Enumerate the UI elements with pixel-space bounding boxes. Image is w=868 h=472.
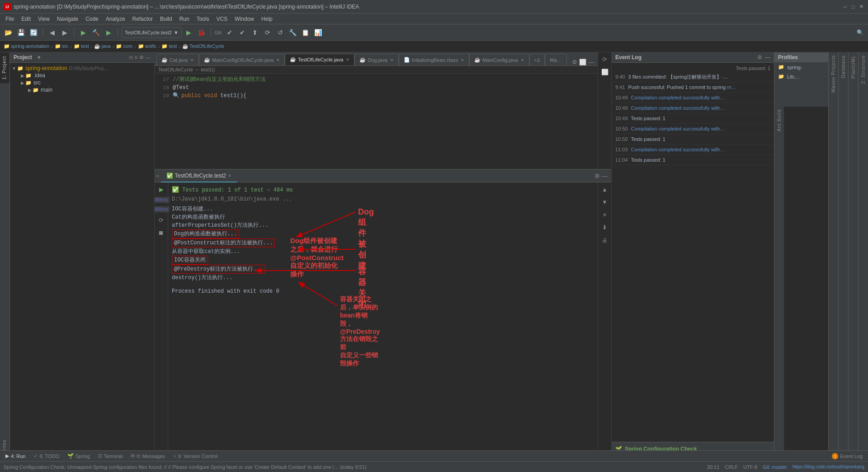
toolbar-run-green[interactable]: ▶ [184,27,194,38]
tree-minimize-btn[interactable]: — [146,55,151,61]
tab-dog-close[interactable]: ✕ [390,58,394,62]
tree-scope-btn[interactable]: ⊙ [129,55,133,61]
tab-mainconfig2-close[interactable]: ✕ [521,58,524,62]
bc-src[interactable]: 📁src [55,43,69,49]
bottom-tab-run[interactable]: ▶ 4: Run [2,452,29,460]
tree-settings-btn[interactable]: ⚙ [139,55,144,61]
menu-window[interactable]: Window [231,15,258,23]
git-history-btn[interactable]: ⟳ [262,27,273,38]
tree-node-src[interactable]: ▶ 📁 src [10,79,154,86]
menu-edit[interactable]: Edit [18,15,34,23]
tree-node-main[interactable]: ▶ 📁 main [10,86,154,93]
git-update-btn[interactable]: ⬆ [250,27,260,38]
tree-dropdown-arrow[interactable]: ▼ [37,55,42,60]
tab-testoflifecycle-close[interactable]: ✕ [346,57,349,62]
run-expand-icon[interactable]: » [156,173,159,178]
toolbar-rebuild-btn[interactable]: 🔨 [90,27,101,38]
run-play-btn[interactable]: ▶ [156,184,166,194]
tab-cat[interactable]: ☕ Cat.java ✕ [156,54,199,65]
bc-testpkg[interactable]: 📁test [161,43,177,49]
gutter-sync-btn[interactable]: ⟳ [600,54,610,64]
run-scroll-up-btn[interactable]: ▲ [600,184,610,194]
bottom-tab-todo[interactable]: ✓ 6: TODO [30,452,63,460]
tab-initializingbean-close[interactable]: ✕ [461,58,464,62]
minimize-button[interactable]: ─ [842,4,848,10]
run-import-btn[interactable]: ⬇ [600,222,610,232]
menu-navigate[interactable]: Navigate [53,15,82,23]
tree-collapse-btn[interactable]: ≡ [135,55,137,61]
editor-split-btn[interactable]: ⬜ [579,59,586,65]
tab-dog[interactable]: ☕ Dog.java ✕ [354,54,398,65]
event-log-minimize[interactable]: — [765,54,770,61]
profiles-item-lifc[interactable]: 📁 Lifc… [774,72,828,81]
event-link-3[interactable]: Compilation completed successfully with… [631,105,725,111]
event-link-1[interactable]: m… [727,84,736,90]
toolbar-forward-btn[interactable]: ▶ [59,27,70,38]
status-git[interactable]: Git: master [763,464,787,470]
event-log-settings[interactable]: ⚙ [757,54,762,61]
toolbar-search-btn[interactable]: 🔍 [854,27,865,38]
gutter-expand-btn[interactable]: ⬜ [600,67,610,77]
menu-vcs[interactable]: VCS [213,15,231,23]
editor-settings-btn[interactable]: ⚙ [572,59,577,65]
event-log-tab[interactable]: 1 Event Log [828,452,866,460]
bottom-tab-version-control[interactable]: ⑂ 9: Version Control [170,453,221,460]
toolbar-open-btn[interactable]: 📂 [3,27,14,38]
bc-com[interactable]: 📁com [116,43,132,49]
menu-refactor[interactable]: Refactor [129,15,156,23]
toolbar-build-btn[interactable]: ▶ [78,27,89,38]
toolbar-back-btn[interactable]: ◀ [47,27,57,38]
tab-cat-close[interactable]: ✕ [190,58,194,62]
git-annotate-btn[interactable]: 📋 [300,27,311,38]
git-push-btn[interactable]: ✔ [237,27,248,38]
bc-java[interactable]: ☕java [94,43,110,49]
run-stop-btn[interactable]: ⏹ [156,228,166,238]
toolbar-sync-btn[interactable]: 🔄 [28,27,39,38]
tab-more[interactable]: +2 [529,54,545,65]
bottom-tab-messages[interactable]: ✉ 0: Messages [127,452,168,460]
git-settings-btn[interactable]: 🔧 [288,27,298,38]
menu-run[interactable]: Run [176,15,193,23]
status-url[interactable]: https://blog.csdn.net/sudrhanerkang [793,464,864,469]
tab-mainconfig[interactable]: ☕ MainConfigOfLifeCycle.java ✕ [199,54,285,65]
tab-testoflifecycle[interactable]: ☕ TestOfLifeCycle.java ✕ [285,54,354,65]
run-tab-test[interactable]: ✅ TestOfLifeCycle.test2 ✕ [161,170,237,182]
run-tab-close[interactable]: ✕ [228,173,231,178]
menu-tools[interactable]: Tools [193,15,213,23]
tab-mainconfig-close[interactable]: ✕ [276,58,280,62]
event-link-2[interactable]: Compilation completed successfully with… [631,95,725,100]
menu-analyze[interactable]: Analyze [102,15,129,23]
event-link-5[interactable]: Compilation completed successfully with… [631,126,725,131]
tree-node-idea[interactable]: ▶ 📁 .idea [10,72,154,79]
toolbar-save-btn[interactable]: 💾 [15,27,26,38]
run-rerun-btn[interactable]: ⟳ [156,215,166,225]
tab-mainconfig2[interactable]: ☕ MainConfig.java ✕ [469,54,529,65]
bc-test[interactable]: 📁test [74,43,89,49]
run-minimize-btn[interactable]: — [602,173,608,179]
ant-build-label[interactable]: Ant Build [777,107,782,134]
run-config-dropdown[interactable]: TestOfLifeCycle.test2 ▼ [122,27,182,38]
maximize-button[interactable]: □ [850,4,856,10]
toolbar-debug-btn[interactable]: 🐞 [196,27,207,38]
bottom-tab-terminal[interactable]: ⊡ Terminal [94,452,127,460]
bc-wolfx[interactable]: 📁wolfx [138,43,156,49]
toolbar-run-btn[interactable]: ▶ [103,27,114,38]
git-extra-btn[interactable]: 📊 [313,27,324,38]
menu-view[interactable]: View [34,15,53,23]
event-link-7[interactable]: Compilation completed successfully with… [631,147,725,152]
tree-node-root[interactable]: ▼ 📁 spring-annotation D:\MyStudyProj… [10,65,154,72]
plantuml-label[interactable]: PlantUML [851,52,856,81]
structure-label[interactable]: 2: Structure [861,52,866,87]
run-settings-btn[interactable]: ⚙ [594,173,600,179]
menu-build[interactable]: Build [156,15,176,23]
git-commit-btn[interactable]: ✔ [224,27,235,38]
run-format-btn[interactable]: ≡ [600,210,610,220]
menu-code[interactable]: Code [82,15,102,23]
close-button[interactable]: ✕ [858,4,864,10]
status-crlf[interactable]: CRLF [725,464,738,470]
vtab-project[interactable]: 1: Project [0,52,9,83]
bc-spring-annotation[interactable]: 📁spring-annotation [4,43,49,49]
run-scroll-down-btn[interactable]: ▼ [600,197,610,207]
tab-initializingbean[interactable]: 📄 InitializingBean.class ✕ [399,54,469,65]
menu-help[interactable]: Help [258,15,276,23]
